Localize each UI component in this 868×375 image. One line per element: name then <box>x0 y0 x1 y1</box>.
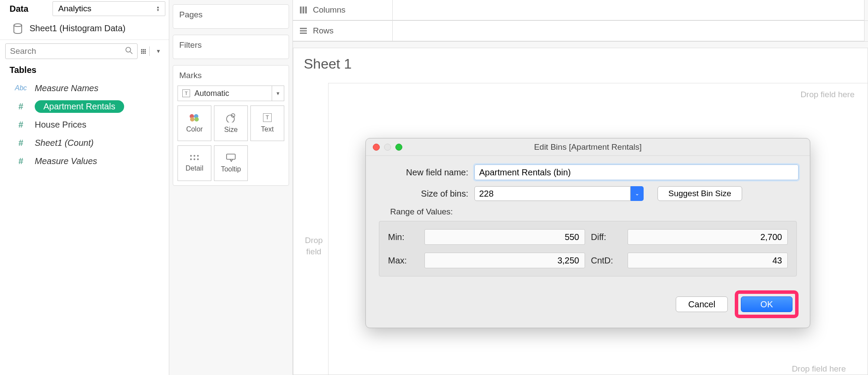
field-label: House Prices <box>35 120 86 130</box>
label: Size <box>224 126 237 134</box>
rows-dropzone[interactable] <box>393 21 865 41</box>
svg-line-2 <box>130 52 132 54</box>
columns-label: Columns <box>313 5 345 15</box>
suggest-bin-size-button[interactable]: Suggest Bin Size <box>658 186 742 201</box>
pages-shelf[interactable]: Pages <box>173 4 289 29</box>
cntd-label: CntD: <box>591 256 621 266</box>
cancel-button[interactable]: Cancel <box>676 296 728 312</box>
drop-hint-left: Dropfield <box>303 235 325 257</box>
marks-detail-button[interactable]: Detail <box>178 145 211 181</box>
abc-icon: Abc <box>13 84 29 92</box>
label: Color <box>186 125 203 133</box>
min-label: Min: <box>388 232 418 242</box>
marks-empty <box>250 145 284 181</box>
field-house-prices[interactable]: # House Prices <box>10 116 165 133</box>
database-icon <box>13 23 23 34</box>
filters-shelf[interactable]: Filters <box>173 35 289 59</box>
text-type-icon: T <box>182 89 190 97</box>
marks-color-button[interactable]: Color <box>178 105 211 141</box>
svg-rect-18 <box>305 7 307 13</box>
svg-point-10 <box>194 155 195 157</box>
tooltip-icon <box>226 153 236 162</box>
data-pane: Data Analytics ▲▼ Sheet1 (Histogram Data… <box>0 0 169 375</box>
svg-rect-17 <box>302 7 304 13</box>
diff-value[interactable]: 2,700 <box>628 229 788 245</box>
svg-point-1 <box>126 47 131 52</box>
marks-tooltip-button[interactable]: Tooltip <box>214 145 248 181</box>
field-measure-values[interactable]: # Measure Values <box>10 152 165 170</box>
detail-icon <box>189 154 200 161</box>
svg-point-12 <box>190 158 192 160</box>
fields-menu-dropdown[interactable]: ▼ <box>153 48 164 54</box>
datasource-row[interactable]: Sheet1 (Histogram Data) <box>0 17 169 40</box>
rows-shelf[interactable]: Rows <box>293 21 393 41</box>
columns-icon <box>299 6 308 14</box>
marks-text-button[interactable]: T Text <box>250 105 284 141</box>
number-icon: # <box>13 138 29 148</box>
svg-point-7 <box>227 115 234 122</box>
rows-label: Rows <box>313 26 334 36</box>
field-label: Apartment Rentals <box>35 100 124 113</box>
svg-point-6 <box>194 117 199 122</box>
search-input[interactable] <box>5 43 138 59</box>
new-field-name-input[interactable] <box>474 164 799 180</box>
new-field-label: New field name: <box>377 168 468 178</box>
size-icon <box>225 113 237 122</box>
field-label: Measure Values <box>35 156 97 166</box>
chevron-down-icon: ▼ <box>272 86 284 101</box>
number-icon: # <box>13 120 29 130</box>
columns-shelf[interactable]: Columns <box>293 0 393 20</box>
search-icon <box>125 46 133 56</box>
drop-hint-bottom: Drop field here <box>792 364 846 374</box>
drop-hint-top: Drop field here <box>800 90 855 99</box>
cards-pane: Pages Filters Marks T Automatic ▼ Color … <box>169 0 293 375</box>
size-of-bins-input[interactable]: 228 <box>474 186 631 201</box>
text-icon: T <box>263 113 272 122</box>
field-label: Sheet1 (Count) <box>35 138 94 148</box>
svg-rect-21 <box>300 33 307 34</box>
marks-type-label: Automatic <box>194 89 272 98</box>
datasource-name: Sheet1 (Histogram Data) <box>30 23 125 33</box>
max-value[interactable]: 3,250 <box>424 253 585 268</box>
edit-bins-dialog: Edit Bins [Apartment Rentals] New field … <box>365 138 810 328</box>
ok-button[interactable]: OK <box>741 296 792 312</box>
label: Detail <box>186 164 204 172</box>
field-list: Abc Measure Names # Apartment Rentals # … <box>0 79 169 170</box>
svg-point-13 <box>194 158 195 160</box>
number-icon: # <box>13 102 29 112</box>
range-box: Min: 550 Diff: 2,700 Max: 3,250 CntD: 43 <box>379 221 797 276</box>
field-sheet1-count[interactable]: # Sheet1 (Count) <box>10 134 165 151</box>
label: Tooltip <box>221 165 241 173</box>
field-apartment-rentals[interactable]: # Apartment Rentals <box>10 98 165 115</box>
marks-size-button[interactable]: Size <box>214 105 248 141</box>
marks-label: Marks <box>173 66 289 84</box>
dialog-title: Edit Bins [Apartment Rentals] <box>366 142 810 152</box>
pages-label: Pages <box>173 5 289 28</box>
field-label: Measure Names <box>35 83 99 93</box>
range-of-values-label: Range of Values: <box>390 207 799 217</box>
marks-type-select[interactable]: T Automatic ▼ <box>178 86 284 101</box>
svg-point-0 <box>14 23 22 26</box>
view-grid-icon[interactable] <box>141 49 146 54</box>
size-of-bins-label: Size of bins: <box>377 189 468 199</box>
size-of-bins-dropdown[interactable]: ⌄ <box>631 186 644 201</box>
divider <box>149 46 150 56</box>
field-measure-names[interactable]: Abc Measure Names <box>10 79 165 97</box>
tab-analytics[interactable]: Analytics ▲▼ <box>53 1 165 16</box>
number-icon: # <box>13 156 29 166</box>
svg-rect-16 <box>300 7 302 13</box>
label: Text <box>261 125 273 133</box>
svg-point-14 <box>197 158 199 160</box>
svg-point-9 <box>190 155 192 157</box>
svg-rect-15 <box>227 154 235 159</box>
columns-dropzone[interactable] <box>393 0 865 20</box>
tab-data[interactable]: Data <box>10 4 28 14</box>
svg-rect-19 <box>300 28 307 29</box>
min-value[interactable]: 550 <box>424 229 585 245</box>
sheet-title[interactable]: Sheet 1 <box>293 48 868 75</box>
tables-header: Tables <box>0 62 169 79</box>
svg-point-5 <box>190 117 194 122</box>
color-icon <box>189 113 200 122</box>
cntd-value[interactable]: 43 <box>628 253 788 268</box>
dialog-titlebar[interactable]: Edit Bins [Apartment Rentals] <box>366 138 810 156</box>
